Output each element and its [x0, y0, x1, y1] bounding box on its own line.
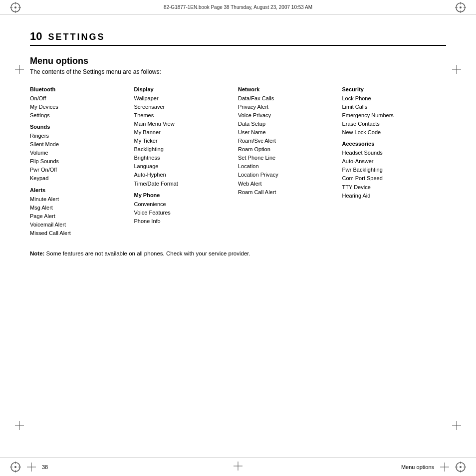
col1-item: Pwr On/Off — [30, 166, 134, 174]
col2-item: Main Menu View — [134, 120, 238, 128]
col2-item: Language — [134, 162, 238, 171]
content-top-left-mark — [15, 65, 24, 76]
col3-item: Data Setup — [238, 120, 342, 128]
col1-item: Page Alert — [30, 212, 134, 221]
menu-column-2: Display Wallpaper Screensaver Themes Mai… — [134, 85, 238, 238]
top-right-corner-mark — [455, 2, 466, 13]
col4-item: Headset Sounds — [342, 149, 447, 157]
chapter-title: SETTINGS — [48, 32, 105, 42]
col1-subheader-sounds: Sounds — [30, 123, 134, 131]
col3-item: Web Alert — [238, 180, 342, 188]
col2-item: Screensaver — [134, 103, 238, 111]
col4-item: Emergency Numbers — [342, 111, 447, 120]
chapter-heading: 10 SETTINGS — [30, 30, 446, 43]
bottom-right-crosshair2-icon — [440, 463, 449, 472]
menu-column-4: Security Lock Phone Limit Calls Emergenc… — [342, 85, 447, 238]
content-bottom-right-mark — [452, 421, 461, 432]
chapter-number: 10 — [30, 30, 42, 43]
col2-item: Themes — [134, 111, 238, 120]
bottom-left-crosshair-icon — [10, 462, 21, 473]
col4-item: Erase Contacts — [342, 120, 447, 128]
col1-item: Volume — [30, 149, 134, 157]
main-content: 10 SETTINGS Menu options The contents of… — [0, 15, 476, 457]
col4-item: Pwr Backlighting — [342, 166, 447, 174]
col1-item: Silent Mode — [30, 140, 134, 149]
col3-header: Network — [238, 85, 342, 94]
col4-item: Limit Calls — [342, 103, 447, 111]
col4-item: Auto-Answer — [342, 157, 447, 166]
col1-item: Minute Alert — [30, 195, 134, 204]
note-text: Some features are not available on all p… — [46, 250, 250, 256]
col2-item: Backlighting — [134, 145, 238, 154]
col1-item: On/Off — [30, 94, 134, 103]
col1-item: Settings — [30, 111, 134, 120]
col2-item: Wallpaper — [134, 94, 238, 103]
note-label: Note: — [30, 250, 44, 256]
col4-item: Lock Phone — [342, 94, 447, 103]
menu-column-3: Network Data/Fax Calls Privacy Alert Voi… — [238, 85, 342, 238]
col1-item: Flip Sounds — [30, 157, 134, 166]
top-right-crosshair-icon — [455, 2, 466, 13]
col1-item: My Devices — [30, 103, 134, 111]
top-left-corner-mark — [10, 2, 21, 13]
col2-item: My Ticker — [134, 137, 238, 145]
footer-page-number: 38 — [42, 464, 48, 470]
svg-point-7 — [460, 6, 462, 8]
col4-item: Hearing Aid — [342, 192, 447, 200]
col2-item: Brightness — [134, 154, 238, 162]
svg-point-1 — [14, 6, 16, 8]
col4-item: Com Port Speed — [342, 174, 447, 183]
col2-item: Time/Date Format — [134, 180, 238, 188]
col3-item: Roam Call Alert — [238, 188, 342, 197]
book-info-text: 82-G1877-1EN.book Page 38 Thursday, Augu… — [164, 4, 312, 10]
top-left-crosshair-icon — [10, 2, 21, 13]
svg-point-21 — [14, 466, 16, 468]
svg-point-33 — [460, 466, 462, 468]
col1-subheader-alerts: Alerts — [30, 186, 134, 195]
col3-item: Location — [238, 162, 342, 171]
col4-header: Security — [342, 85, 447, 94]
col3-item: Roam Option — [238, 145, 342, 154]
col4-subheader-accessories: Accessories — [342, 140, 447, 148]
page-container: 82-G1877-1EN.book Page 38 Thursday, Augu… — [0, 0, 476, 476]
col2-item: My Banner — [134, 128, 238, 137]
col3-item: Set Phone Line — [238, 154, 342, 162]
col2-item: Convenience — [134, 200, 238, 209]
col2-subheader-myphone: My Phone — [134, 191, 238, 200]
footer-center-crosshair-icon — [234, 462, 242, 471]
col1-header: Bluetooth — [30, 85, 134, 94]
col4-item: TTY Device — [342, 183, 447, 192]
col3-item: Roam/Svc Alert — [238, 137, 342, 145]
bottom-footer: 38 Menu options — [0, 457, 476, 476]
footer-label: Menu options — [401, 464, 434, 470]
col1-item: Missed Call Alert — [30, 229, 134, 238]
col4-item: New Lock Code — [342, 128, 447, 137]
menu-columns: Bluetooth On/Off My Devices Settings Sou… — [30, 85, 446, 238]
note-section: Note: Some features are not available on… — [30, 249, 446, 258]
col3-item: Privacy Alert — [238, 103, 342, 111]
menu-column-1: Bluetooth On/Off My Devices Settings Sou… — [30, 85, 134, 238]
col3-item: Voice Privacy — [238, 111, 342, 120]
chapter-rule — [30, 45, 446, 46]
bottom-left-crosshair2-icon — [27, 463, 36, 472]
col1-item: Voicemail Alert — [30, 221, 134, 229]
col3-item: Data/Fax Calls — [238, 94, 342, 103]
section-description: The contents of the Settings menu are as… — [30, 68, 446, 75]
col1-item: Msg Alert — [30, 204, 134, 212]
col1-item: Ringers — [30, 132, 134, 140]
col2-item: Auto-Hyphen — [134, 171, 238, 179]
col2-item: Phone Info — [134, 217, 238, 226]
section-title: Menu options — [30, 56, 446, 66]
col2-header: Display — [134, 85, 238, 94]
col2-item: Voice Features — [134, 209, 238, 217]
top-bar: 82-G1877-1EN.book Page 38 Thursday, Augu… — [0, 0, 476, 15]
bottom-right-crosshair-icon — [455, 462, 466, 473]
col1-item: Keypad — [30, 174, 134, 183]
content-bottom-left-mark — [15, 421, 24, 432]
content-top-right-mark — [452, 65, 461, 76]
col3-item: User Name — [238, 128, 342, 137]
col3-item: Location Privacy — [238, 171, 342, 179]
